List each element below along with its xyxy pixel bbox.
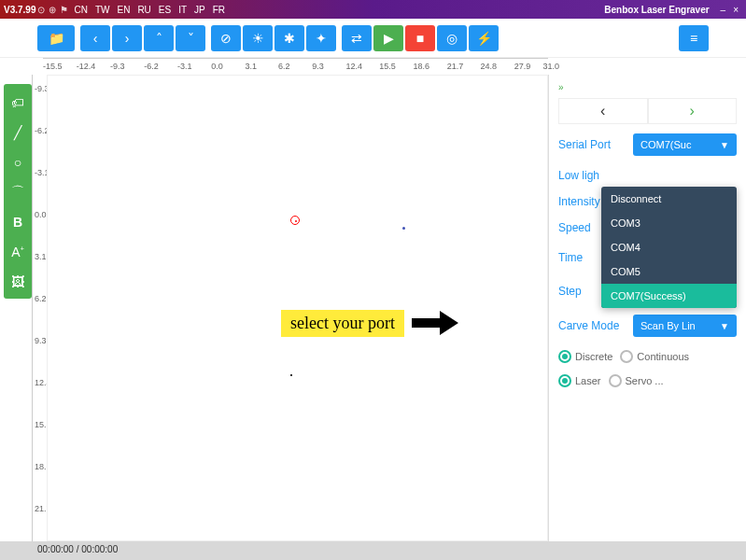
sun-icon: ☀ <box>252 31 264 46</box>
ruler-vertical: -9.3-6.2 -3.10.0 3.16.2 9.312.4 15.518.6… <box>32 75 47 541</box>
pin-icon[interactable]: ⊙ <box>37 5 45 15</box>
panel-prev[interactable]: ‹ <box>558 98 648 124</box>
minimize-icon[interactable]: – <box>721 5 726 15</box>
center-button[interactable]: ✦ <box>306 25 336 51</box>
dropdown-item-com3[interactable]: COM3 <box>601 211 737 235</box>
lang-tw[interactable]: TW <box>95 5 110 15</box>
caret-down-icon: ▼ <box>720 140 729 150</box>
canvas[interactable]: select your port <box>47 75 548 541</box>
serial-port-dropdown: Disconnect COM3 COM4 COM5 COM7(Success) <box>601 187 737 308</box>
chevron-right-icon: › <box>125 31 130 46</box>
target-icon: ◎ <box>446 31 457 46</box>
lang-jp[interactable]: JP <box>194 5 205 15</box>
font-icon: A+ <box>11 245 23 259</box>
serial-port-select[interactable]: COM7(Suc ▼ <box>633 133 737 156</box>
chevron-left-icon: ‹ <box>600 103 605 119</box>
repeat-button[interactable]: ⇄ <box>342 25 372 51</box>
left-toolbar: 🏷 ╱ ○ ⌒ B A+ 🖼 <box>4 84 32 299</box>
titlebar: V3.7.99 ⊙ ⊕ ⚑ CN TW EN RU ES IT JP FR Be… <box>0 0 746 19</box>
dropdown-item-disconnect[interactable]: Disconnect <box>601 187 737 211</box>
stop-icon: ■ <box>416 31 424 46</box>
lang-ru[interactable]: RU <box>137 5 150 15</box>
radio-servo[interactable]: Servo ... <box>609 374 664 387</box>
play-button[interactable]: ▶ <box>373 25 403 51</box>
tag-tool[interactable]: 🏷 <box>7 93 29 112</box>
gear-button[interactable]: ✱ <box>274 25 304 51</box>
ruler-horizontal: -15.5-12.4 -9.3-6.2 -3.10.0 3.16.2 9.312… <box>43 58 548 75</box>
folder-icon: 📁 <box>49 31 64 46</box>
toolbar: 📁 ‹ › ˄ ˅ ⊘ ☀ ✱ ✦ ⇄ ▶ ■ ◎ ⚡ ≡ <box>0 19 746 58</box>
dropdown-item-com7[interactable]: COM7(Success) <box>601 284 737 308</box>
flag-icon[interactable]: ⚑ <box>60 5 68 15</box>
circle-icon: ○ <box>14 155 21 170</box>
bold-icon: B <box>13 215 22 230</box>
low-light-label: Low ligh <box>558 169 633 182</box>
bold-tool[interactable]: B <box>7 213 29 231</box>
curve-icon: ⌒ <box>11 184 24 201</box>
origin-marker <box>290 216 300 225</box>
tag-icon: 🏷 <box>11 95 24 110</box>
repeat-icon: ⇄ <box>351 31 362 46</box>
nav-right-button[interactable]: › <box>112 25 142 51</box>
play-icon: ▶ <box>384 31 394 46</box>
cancel-button[interactable]: ⊘ <box>211 25 241 51</box>
version-label: V3.7.99 <box>4 5 35 15</box>
circle-tool[interactable]: ○ <box>7 153 29 172</box>
nav-up-button[interactable]: ˄ <box>144 25 174 51</box>
info-icon[interactable]: ⊕ <box>49 5 56 15</box>
cancel-icon: ⊘ <box>220 31 232 46</box>
radio-continuous[interactable]: Continuous <box>620 350 689 363</box>
menu-button[interactable]: ≡ <box>679 25 709 51</box>
font-tool[interactable]: A+ <box>7 243 29 261</box>
carve-mode-select[interactable]: Scan By Lin ▼ <box>633 315 737 337</box>
panel-next[interactable]: › <box>648 98 738 124</box>
chevron-down-icon: ˅ <box>188 31 194 46</box>
lang-es[interactable]: ES <box>159 5 171 15</box>
nav-down-button[interactable]: ˅ <box>176 25 205 51</box>
dropdown-item-com5[interactable]: COM5 <box>601 259 737 284</box>
curve-tool[interactable]: ⌒ <box>7 183 29 202</box>
annotation-label: select your port <box>281 310 404 337</box>
statusbar: 00:00:00 / 00:00:00 <box>0 541 746 560</box>
stop-button[interactable]: ■ <box>405 25 435 51</box>
radio-laser[interactable]: Laser <box>558 374 601 387</box>
gear-icon: ✱ <box>284 31 295 46</box>
canvas-point <box>402 227 405 230</box>
sun-button[interactable]: ☀ <box>243 25 273 51</box>
bolt-button[interactable]: ⚡ <box>469 25 499 51</box>
expand-toggle[interactable]: » <box>558 82 737 92</box>
caret-down-icon: ▼ <box>720 321 729 331</box>
lang-en[interactable]: EN <box>117 5 130 15</box>
chevron-left-icon: ‹ <box>93 31 98 46</box>
carve-mode-label: Carve Mode <box>558 319 633 332</box>
canvas-point-2 <box>290 374 292 376</box>
close-icon[interactable]: × <box>733 5 739 15</box>
dropdown-item-com4[interactable]: COM4 <box>601 235 737 259</box>
status-time: 00:00:00 / 00:00:00 <box>37 544 118 554</box>
lang-it[interactable]: IT <box>178 5 187 15</box>
image-tool[interactable]: 🖼 <box>7 273 29 291</box>
line-icon: ╱ <box>14 125 21 140</box>
bolt-icon: ⚡ <box>476 31 492 46</box>
settings-panel: » ‹ › Serial Port COM7(Suc ▼ Low ligh In… <box>548 75 746 541</box>
chevron-up-icon: ˄ <box>156 31 162 46</box>
chevron-right-icon: › <box>690 103 695 119</box>
crosshair-icon: ✦ <box>316 31 327 46</box>
app-title: Benbox Laser Engraver <box>604 5 709 15</box>
lang-cn[interactable]: CN <box>74 5 87 15</box>
image-icon: 🖼 <box>11 274 24 289</box>
radio-discrete[interactable]: Discrete <box>558 350 612 363</box>
arrow-icon <box>412 309 458 337</box>
line-tool[interactable]: ╱ <box>7 123 29 142</box>
target-button[interactable]: ◎ <box>437 25 467 51</box>
serial-port-label: Serial Port <box>558 138 633 151</box>
annotation: select your port <box>281 309 458 337</box>
nav-left-button[interactable]: ‹ <box>80 25 110 51</box>
lang-fr[interactable]: FR <box>213 5 225 15</box>
menu-icon: ≡ <box>690 31 697 46</box>
open-button[interactable]: 📁 <box>37 25 75 51</box>
